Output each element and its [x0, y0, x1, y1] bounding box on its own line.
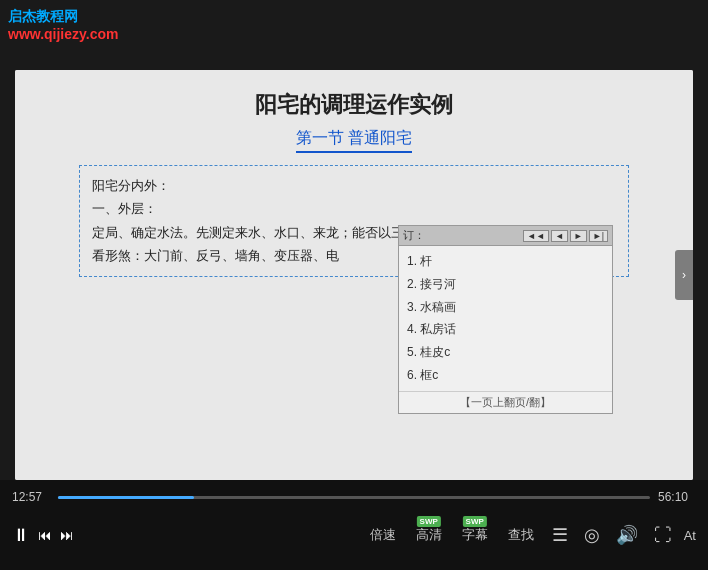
fullscreen-button[interactable]: ⛶: [650, 523, 676, 548]
popup-header: 订： ◄◄ ◄ ► ►|: [399, 226, 612, 246]
popup-item-2[interactable]: 2. 接弓河: [407, 273, 604, 296]
popup-item-5[interactable]: 5. 桂皮c: [407, 341, 604, 364]
current-time: 12:57: [12, 490, 50, 504]
slide-subtitle: 第一节 普通阳宅: [296, 128, 412, 153]
controls-bar: 12:57 56:10 ⏸ ⏮ ⏭ 倍速 SWP 高清 SWP 字幕 查找 ☰ …: [0, 480, 708, 570]
popup-item-4[interactable]: 4. 私房话: [407, 318, 604, 341]
progress-track[interactable]: [58, 496, 650, 499]
site-name: 启杰教程网: [8, 8, 118, 26]
prev-chapter-button[interactable]: ⏮: [38, 527, 52, 543]
play-pause-button[interactable]: ⏸: [12, 525, 30, 546]
popup-footer: 【一页上翻页/翻】: [399, 391, 612, 413]
popup-header-label: 订：: [403, 228, 425, 243]
video-content: 阳宅的调理运作实例 第一节 普通阳宅 阳宅分内外： 一、外层： 定局、确定水法。…: [15, 70, 693, 480]
content-line-2: 一、外层：: [92, 197, 616, 220]
subtitle-button[interactable]: SWP 字幕: [456, 524, 494, 546]
subtitle-badge: SWP: [463, 516, 487, 527]
next-chapter-button[interactable]: ⏭: [60, 527, 74, 543]
popup-item-6[interactable]: 6. 框c: [407, 364, 604, 387]
quality-label: 高清: [416, 527, 442, 542]
danmaku-button[interactable]: ◎: [580, 522, 604, 548]
subtitle-label: 字幕: [462, 527, 488, 542]
quality-button[interactable]: SWP 高清: [410, 524, 448, 546]
popup-nav-buttons[interactable]: ◄◄ ◄ ► ►|: [523, 230, 608, 242]
popup-nav-last[interactable]: ►|: [589, 230, 608, 242]
slide-area: 阳宅的调理运作实例 第一节 普通阳宅 阳宅分内外： 一、外层： 定局、确定水法。…: [15, 70, 693, 480]
slide-title: 阳宅的调理运作实例: [255, 90, 453, 120]
quality-badge: SWP: [417, 516, 441, 527]
search-button[interactable]: 查找: [502, 524, 540, 546]
popup-nav-prev[interactable]: ◄: [551, 230, 568, 242]
content-line-1: 阳宅分内外：: [92, 174, 616, 197]
popup-items: 1. 杆 2. 接弓河 3. 水稿画 4. 私房话 5. 桂皮c 6. 框c: [399, 246, 612, 391]
popup-nav-next[interactable]: ►: [570, 230, 587, 242]
site-url: www.qijiezy.com: [8, 26, 118, 42]
playlist-button[interactable]: ☰: [548, 522, 572, 548]
speed-button[interactable]: 倍速: [364, 524, 402, 546]
buttons-row: ⏸ ⏮ ⏭ 倍速 SWP 高清 SWP 字幕 查找 ☰ ◎ 🔊 ⛶ At: [12, 508, 696, 570]
popup-nav-first[interactable]: ◄◄: [523, 230, 549, 242]
at-label: At: [684, 528, 696, 543]
volume-button[interactable]: 🔊: [612, 522, 642, 548]
watermark: 启杰教程网 www.qijiezy.com: [8, 8, 118, 42]
progress-fill: [58, 496, 194, 499]
popup-item-1[interactable]: 1. 杆: [407, 250, 604, 273]
progress-area: 12:57 56:10: [12, 480, 696, 508]
popup-list: 订： ◄◄ ◄ ► ►| 1. 杆 2. 接弓河 3. 水稿画 4. 私房话 5…: [398, 225, 613, 414]
total-time: 56:10: [658, 490, 696, 504]
right-arrow-button[interactable]: ›: [675, 250, 693, 300]
popup-item-3[interactable]: 3. 水稿画: [407, 296, 604, 319]
